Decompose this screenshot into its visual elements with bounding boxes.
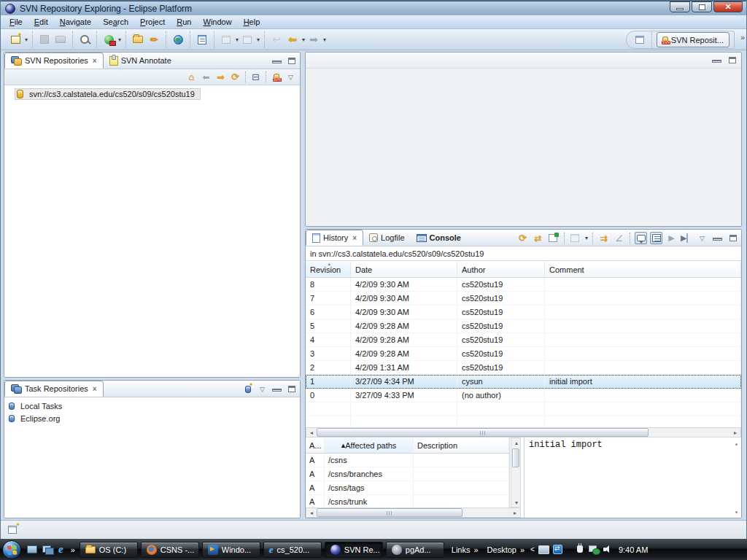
column-date[interactable]: Date	[351, 262, 457, 277]
scroll-right-icon[interactable]: ▸	[510, 508, 520, 517]
editor-minimize-button[interactable]	[711, 54, 723, 66]
volume-tray-icon[interactable]	[603, 545, 614, 554]
menu-search[interactable]: Search	[97, 16, 134, 28]
menu-project[interactable]: Project	[134, 16, 171, 28]
view-minimize-button[interactable]	[711, 232, 724, 244]
link-with-editor-button[interactable]: ⇄	[532, 232, 544, 244]
tray-collapse-chevron[interactable]: <	[530, 545, 535, 553]
display-tray-icon[interactable]	[538, 545, 549, 554]
tab-console[interactable]: Console	[411, 230, 467, 246]
back-dropdown[interactable]: ▾	[302, 36, 305, 43]
scroll-up-icon[interactable]: ▴	[732, 439, 741, 448]
tab-history[interactable]: History ×	[306, 230, 363, 246]
column-affected-paths[interactable]: ▴Affected paths	[325, 438, 414, 453]
scroll-left-icon[interactable]: ◂	[306, 428, 317, 437]
history-hscrollbar[interactable]: ◂ ▸	[306, 427, 741, 438]
taskbar-button-csns[interactable]: CSNS -...	[141, 542, 199, 558]
taskbar-button-windows-media[interactable]: Windo...	[202, 542, 260, 558]
new-repository-button[interactable]: SVN	[270, 71, 282, 83]
forward-dropdown[interactable]: ▾	[323, 36, 326, 43]
add-task-repository-button[interactable]: ✦	[241, 383, 254, 395]
view-minimize-button[interactable]	[271, 55, 283, 67]
tab-svn-annotate[interactable]: SVN Annotate	[104, 52, 177, 69]
menu-window[interactable]: Window	[197, 16, 237, 28]
title-bar[interactable]: SVN Repository Exploring - Eclipse Platf…	[1, 1, 746, 15]
checkout-dropdown[interactable]: ▾	[236, 36, 239, 43]
new-wizard-dropdown[interactable]: ▾	[25, 36, 28, 43]
power-tray-icon[interactable]	[576, 545, 585, 554]
history-row[interactable]: 54/2/09 9:28 AMcs520stu19	[306, 319, 741, 333]
history-view-menu[interactable]: ▽	[696, 232, 708, 244]
comment-vscrollbar[interactable]: ▴ ▾	[732, 438, 741, 518]
affected-path-row[interactable]: A/csns/trunk	[306, 495, 509, 508]
network-tray-icon[interactable]	[589, 545, 600, 554]
history-row[interactable]: 34/2/09 9:28 AMcs520stu19	[306, 347, 741, 361]
internet-explorer-icon[interactable]: e	[58, 544, 63, 555]
task-view-menu[interactable]: ▽	[256, 383, 268, 395]
scroll-right-icon[interactable]: ▸	[730, 428, 740, 437]
web-browser-button[interactable]	[171, 32, 185, 47]
taskbar-button-svn-eclipse[interactable]: SVN Re...	[325, 542, 383, 558]
pin-history-button[interactable]	[547, 232, 560, 244]
minimize-button[interactable]	[670, 1, 690, 12]
view-maximize-button[interactable]	[285, 383, 298, 395]
column-revision[interactable]: ▴Revision	[306, 262, 351, 277]
menu-help[interactable]: Help	[238, 16, 266, 28]
taskbar-button-cs520[interactable]: e cs_520...	[263, 542, 322, 558]
column-comment[interactable]: Comment	[545, 262, 741, 277]
restore-button[interactable]	[692, 1, 712, 12]
history-row[interactable]: 44/2/09 9:28 AMcs520stu19	[306, 333, 741, 347]
history-row[interactable]: 84/2/09 9:30 AMcs520stu19	[306, 278, 741, 292]
tab-task-repositories[interactable]: Task Repositories ×	[4, 381, 104, 397]
column-action[interactable]: A...	[306, 438, 325, 453]
teamviewer-tray-icon[interactable]	[553, 545, 562, 554]
links-toolbar[interactable]: Links »	[452, 545, 479, 554]
column-author[interactable]: Author	[457, 262, 545, 277]
tab-close-icon[interactable]: ×	[93, 385, 97, 393]
affected-path-row[interactable]: A/csns	[306, 454, 509, 467]
show-affected-paths-toggle[interactable]	[650, 232, 662, 244]
scroll-up-icon[interactable]: ▴	[511, 438, 522, 447]
history-row[interactable]: 74/2/09 9:30 AMcs520stu19	[306, 292, 741, 306]
taskbar-button-os-c[interactable]: OS (C:)	[80, 542, 138, 558]
show-desktop-icon[interactable]	[27, 545, 37, 553]
new-wizard-button[interactable]	[8, 32, 23, 47]
comment-viewer[interactable]: initial import ▴ ▾	[524, 438, 741, 518]
forward-button[interactable]: ➡	[306, 32, 321, 47]
affected-path-row[interactable]: A/csns/tags	[306, 481, 509, 495]
tab-svn-repositories[interactable]: SVN Repositories ×	[4, 52, 104, 69]
home-button[interactable]: ⌂	[185, 71, 198, 83]
tab-close-icon[interactable]: ×	[93, 57, 97, 65]
editor-maximize-button[interactable]	[726, 54, 738, 66]
view-minimize-button[interactable]	[271, 383, 283, 395]
tab-logfile[interactable]: Logfile	[363, 230, 410, 246]
menu-navigate[interactable]: Navigate	[54, 16, 97, 28]
perspective-overflow-chevron[interactable]: »	[740, 33, 745, 42]
menu-edit[interactable]: Edit	[28, 16, 54, 28]
scroll-down-icon[interactable]: ▾	[511, 498, 522, 507]
affected-hscrollbar[interactable]: ◂ ▸	[306, 508, 521, 518]
perspective-svn-button[interactable]: SVN SVN Reposit...	[657, 32, 729, 47]
search-button[interactable]	[77, 32, 92, 47]
task-repo-eclipse[interactable]: Eclipse.org	[4, 412, 300, 424]
compare-mode-button[interactable]: ⇉	[597, 232, 610, 244]
links-overflow[interactable]: »	[473, 545, 478, 554]
view-maximize-button[interactable]	[727, 232, 739, 244]
switch-windows-icon[interactable]	[42, 545, 53, 553]
repo-forward-button[interactable]: ➡	[214, 71, 227, 83]
history-row[interactable]: 03/27/09 4:33 PM(no author)	[306, 389, 741, 402]
fast-view-icon[interactable]	[8, 526, 17, 534]
affected-path-row[interactable]: A/csns/branches	[306, 467, 509, 481]
start-button[interactable]	[2, 540, 21, 559]
scroll-left-icon[interactable]: ◂	[306, 508, 317, 517]
tab-close-icon[interactable]: ×	[352, 234, 357, 242]
get-all-button[interactable]: ▶▏	[681, 232, 693, 244]
back-button[interactable]: ⬅	[285, 32, 300, 47]
open-folder-button[interactable]	[131, 32, 145, 47]
close-button[interactable]: ✕	[713, 1, 743, 12]
commit-dropdown[interactable]: ▾	[257, 36, 260, 43]
affected-vscrollbar[interactable]: ▴ ▾	[511, 438, 521, 508]
task-list-button[interactable]	[195, 32, 209, 47]
history-row-selected[interactable]: 13/27/09 4:34 PMcysuninitial import	[306, 375, 741, 389]
quick-launch-overflow[interactable]: »	[71, 545, 75, 554]
